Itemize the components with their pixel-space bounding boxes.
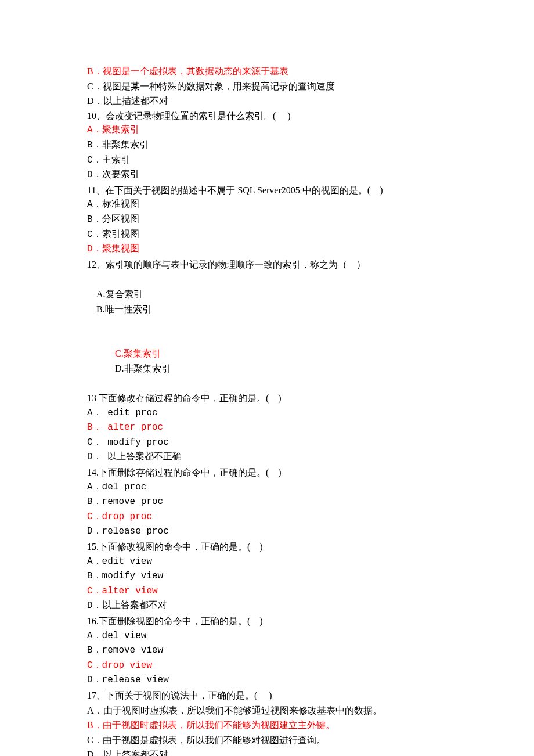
option-a: A．del view [87, 629, 447, 644]
question-15: 15.下面修改视图的命令中，正确的是。( ) [87, 539, 447, 555]
option-c: C．由于视图是虚拟表，所以我们不能够对视图进行查询。 [87, 733, 447, 748]
option-b: B．分区视图 [87, 213, 447, 228]
option-c: C． modify proc [87, 435, 447, 451]
option-b: B．视图是一个虚拟表，其数据动态的来源于基表 [87, 64, 447, 79]
option-d: D．release view [87, 673, 447, 688]
option-c: C．drop view [87, 658, 447, 674]
option-c: C.聚集索引 [115, 346, 254, 361]
option-row-cd: C.聚集索引 D.非聚集索引 [87, 332, 447, 391]
option-d: D．以上答案都不对。 [87, 747, 447, 756]
option-a: A． edit proc [87, 406, 447, 421]
option-a: A．聚集索引 [87, 123, 447, 138]
option-a: A.复合索引 [96, 287, 236, 302]
question-14: 14.下面删除存储过程的命令中，正确的是。( ) [87, 465, 447, 480]
option-b: B．由于视图时虚拟表，所以我们不能够为视图建立主外键。 [87, 718, 447, 733]
question-13: 13 下面修改存储过程的命令中，正确的是。( ) [87, 391, 447, 406]
option-a: A．标准视图 [87, 197, 447, 213]
option-c: C．alter view [87, 584, 447, 599]
option-d: D.非聚集索引 [115, 361, 171, 376]
question-17: 17、下面关于视图的说法中，正确的是。( ) [87, 688, 447, 703]
option-d: D．次要索引 [87, 168, 447, 183]
option-b: B．remove view [87, 643, 447, 658]
option-a: A．edit view [87, 555, 447, 570]
option-a: A．del proc [87, 480, 447, 495]
option-b: B．modify view [87, 569, 447, 584]
option-row-ab: A.复合索引 B.唯一性索引 [87, 272, 447, 331]
option-b: B．非聚集索引 [87, 138, 447, 153]
question-12: 12、索引项的顺序与表中记录的物理顺序一致的索引，称之为（ ） [87, 257, 447, 272]
option-b: B．remove proc [87, 495, 447, 510]
option-b: B． alter proc [87, 420, 447, 435]
option-c: C．视图是某一种特殊的数据对象，用来提高记录的查询速度 [87, 79, 447, 94]
option-d: D．以上答案都不对 [87, 599, 447, 614]
question-11: 11、在下面关于视图的描述中不属于 SQL Server2005 中的视图的是。… [87, 183, 447, 198]
option-c: C．索引视图 [87, 228, 447, 243]
option-d: D．release proc [87, 524, 447, 539]
option-c: C．drop proc [87, 510, 447, 525]
option-d: D．聚集视图 [87, 242, 447, 257]
option-d: D． 以上答案都不正确 [87, 450, 447, 465]
question-16: 16.下面删除视图的命令中，正确的是。( ) [87, 614, 447, 629]
option-d: D．以上描述都不对 [87, 93, 447, 109]
option-a: A．由于视图时虚拟表，所以我们不能够通过视图来修改基表中的数据。 [87, 703, 447, 718]
option-b: B.唯一性索引 [96, 302, 151, 317]
option-c: C．主索引 [87, 153, 447, 168]
document-page: B．视图是一个虚拟表，其数据动态的来源于基表 C．视图是某一种特殊的数据对象，用… [0, 0, 534, 756]
question-10: 10、会改变记录物理位置的索引是什么索引。( ) [87, 109, 447, 124]
